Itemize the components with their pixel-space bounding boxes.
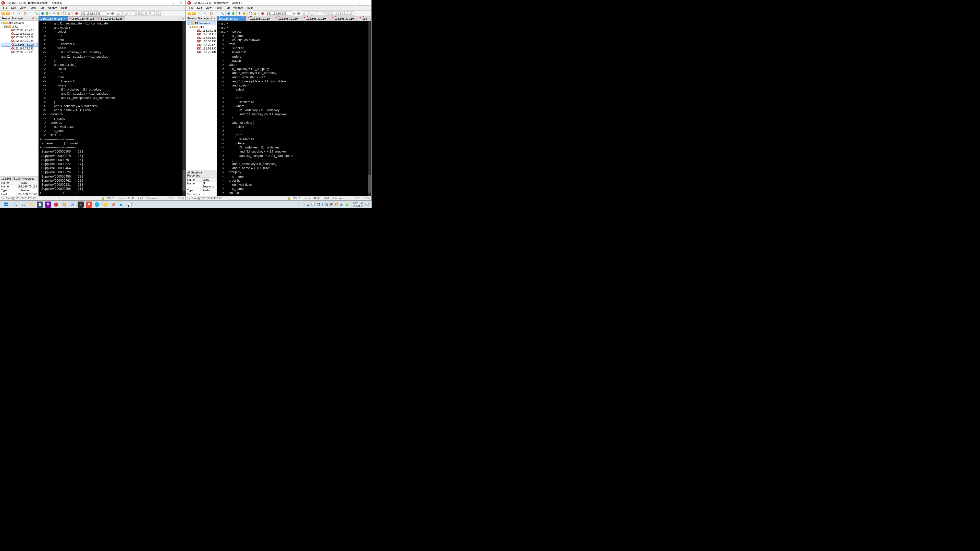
terminal-icon[interactable]: >_	[78, 202, 84, 208]
menu-window[interactable]: Window	[231, 6, 245, 11]
terminal-output[interactable]: -> and l1.l_receiptdate > l1.l_commitdat…	[38, 21, 186, 196]
menu-view[interactable]: View	[18, 6, 27, 11]
copy-icon[interactable]: 📋	[23, 11, 27, 16]
wifi-icon[interactable]: 📶	[334, 203, 338, 206]
titlebar[interactable]: 192.168.30.119 - root@htap:~ - Xshell 6 …	[186, 0, 372, 6]
ime-mode-icon[interactable]: 拼	[330, 202, 333, 206]
notifications-icon[interactable]: 💬	[365, 203, 369, 206]
color-dot-blue[interactable]	[227, 11, 231, 16]
taskbar-clock[interactable]: 2:28 PM 10/9/2022	[350, 202, 364, 207]
wechat-icon[interactable]: 💬	[127, 202, 133, 208]
xshell-icon[interactable]	[53, 202, 59, 208]
find-icon[interactable]: 🔍	[220, 11, 224, 16]
tool-icon[interactable]: ⚙	[52, 11, 56, 16]
tool-icon[interactable]: ⚙	[238, 11, 242, 16]
bluetooth-icon[interactable]: ᛒ	[322, 203, 324, 206]
terminal-scrollbar[interactable]	[368, 21, 371, 196]
tree-host[interactable]: 192.168.75.131	[187, 50, 216, 54]
explorer-icon[interactable]: 🗂	[21, 202, 27, 208]
menu-tools[interactable]: Tools	[213, 6, 224, 11]
close-button[interactable]: ✕	[363, 0, 370, 5]
tab-nav[interactable]: ◂ ▸ ▾	[177, 17, 186, 21]
tree-links-folder[interactable]: −Links	[187, 25, 216, 29]
address-input-2[interactable]: ssh://root:**********@192.168.30.119:22	[302, 11, 354, 16]
menu-tab[interactable]: Tab	[38, 6, 46, 11]
menu-file[interactable]: File	[187, 6, 196, 11]
tree-root-selected[interactable]: −All Sessions	[187, 21, 216, 25]
globe-icon[interactable]	[75, 11, 79, 16]
address-input-1[interactable]: 192.168.30.238	[266, 11, 293, 16]
tree-host[interactable]: 192.168.20.233	[187, 29, 216, 32]
tool-icon-2[interactable]	[242, 11, 246, 16]
app-icon-1[interactable]: 📄	[37, 202, 43, 208]
tree-host[interactable]: 192.168.30.238	[1, 39, 38, 43]
color-dot-blue[interactable]	[41, 11, 45, 16]
chrome-icon[interactable]: 🟡	[102, 202, 108, 208]
new-session-icon[interactable]	[187, 11, 191, 16]
tray-icon-2[interactable]: 💬	[311, 203, 315, 206]
maximize-button[interactable]: ☐	[355, 0, 363, 5]
ime-lang-icon[interactable]: 英	[325, 202, 328, 206]
tab-add-button[interactable]: +	[124, 17, 129, 21]
tree-host[interactable]: 192.168.75.128	[187, 43, 216, 47]
menu-help[interactable]: Help	[245, 6, 255, 11]
tab-1[interactable]: 1 192.168.75.128✕	[38, 16, 68, 21]
globe-icon[interactable]	[261, 11, 265, 16]
tray-chevron-icon[interactable]: ˄	[298, 203, 300, 206]
tool-icon-2[interactable]	[56, 11, 60, 16]
battery-icon[interactable]: 🔋	[345, 203, 349, 206]
tab-5[interactable]: ●5 192.168.30.119	[330, 16, 358, 21]
search-icon[interactable]: 🔍	[12, 202, 18, 208]
globe-icon-2[interactable]	[297, 11, 301, 16]
paste-icon[interactable]: 📄	[28, 11, 32, 16]
pin-icon[interactable]: 📌 ✕	[32, 17, 37, 20]
tray-icon-3[interactable]: 🔲	[317, 203, 320, 206]
tree-host-selected[interactable]: 192.168.75.128	[1, 43, 38, 47]
open-session-icon[interactable]	[192, 11, 196, 16]
system-tray[interactable]: ˄ ⬜ ☁ 💬 🔲 ᛒ 英 拼 📶 🔊 🔋 2:28 PM 10/9/2022 …	[298, 202, 371, 207]
tree-host[interactable]: 192.168.75.131	[1, 50, 38, 54]
open-session-icon[interactable]	[6, 11, 10, 16]
color-dot-green[interactable]	[45, 11, 49, 16]
titlebar[interactable]: 192.168.75.128 - root@localhost:~ - Xshe…	[0, 0, 186, 6]
tab-1[interactable]: 1 192.168.30.119✕	[217, 16, 246, 21]
tree-host[interactable]: 192.168.30.122	[1, 35, 38, 39]
tab-close-icon[interactable]: ✕	[242, 16, 244, 18]
maximize-button[interactable]: ☐	[169, 0, 177, 5]
color-dot-green[interactable]	[231, 11, 235, 16]
volume-icon[interactable]: 🔊	[340, 203, 344, 206]
tree-host[interactable]: 192.168.75.130	[1, 47, 38, 50]
file-explorer-icon[interactable]: 📁	[29, 202, 35, 208]
app-icon-red[interactable]: 网	[86, 202, 92, 208]
close-button[interactable]: ✕	[177, 0, 185, 5]
menu-tools[interactable]: Tools	[27, 6, 38, 11]
find-icon[interactable]: 🔍	[34, 11, 38, 16]
tab-close-icon[interactable]: ✕	[64, 17, 66, 20]
terminal-output[interactable]: mysql> mysql> mysql> select -> s_name, -…	[217, 21, 372, 196]
wps-icon[interactable]: W	[110, 202, 116, 208]
menu-edit[interactable]: Edit	[195, 6, 204, 11]
session-tree[interactable]: −All Sessions −Links 192.168.20.233 192.…	[0, 21, 38, 176]
reconnect-icon[interactable]: ↻	[198, 11, 202, 16]
disconnect-icon[interactable]: ⊘	[17, 11, 21, 16]
tab-3[interactable]: ●3 192.168.75.128	[96, 16, 125, 21]
disconnect-icon[interactable]: ⊘	[203, 11, 207, 16]
tab-2[interactable]: ●2 192.168.30.119	[246, 16, 274, 21]
session-tree[interactable]: −All Sessions −Links 192.168.20.233 192.…	[186, 21, 217, 170]
menu-edit[interactable]: Edit	[10, 6, 18, 11]
tree-root[interactable]: −All Sessions	[1, 21, 38, 25]
pin-icon[interactable]: 📌 ✕	[210, 17, 216, 20]
new-session-icon[interactable]	[1, 11, 5, 16]
fullscreen-icon[interactable]: ⛶	[62, 11, 67, 16]
edge-icon[interactable]: 🌐	[94, 202, 100, 208]
paste-icon[interactable]: 📄	[214, 11, 218, 16]
tab-4[interactable]: ●4 192.168.30.119	[302, 16, 330, 21]
tree-host[interactable]: 192.168.30.119	[1, 32, 38, 35]
reconnect-icon[interactable]: ↻	[12, 11, 16, 16]
tree-links-folder[interactable]: −Links	[1, 25, 38, 28]
tab-6[interactable]: ●6 192	[358, 16, 371, 21]
menu-file[interactable]: File	[1, 6, 10, 11]
tab-2[interactable]: ●2 192.168.75.128	[68, 16, 97, 21]
minimize-button[interactable]: ─	[162, 0, 169, 5]
start-button[interactable]	[2, 201, 10, 208]
